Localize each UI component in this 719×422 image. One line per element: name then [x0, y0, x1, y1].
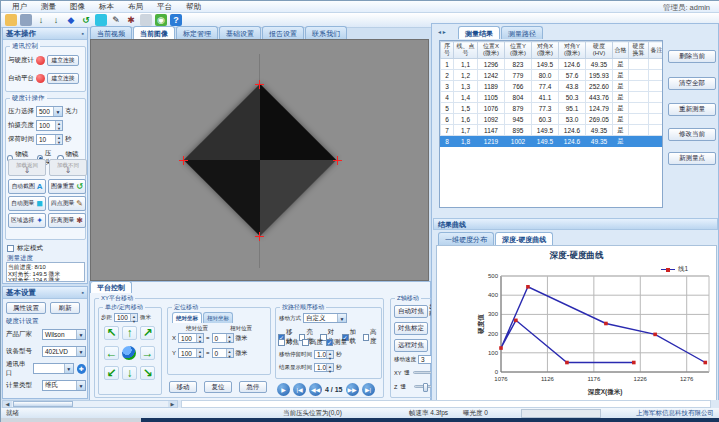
区域选择-button[interactable]: 区域选择✦ — [8, 213, 46, 228]
checkbox-icon[interactable]: ✓ — [326, 339, 333, 346]
last-button[interactable]: ▶| — [362, 383, 375, 396]
step-spinner[interactable]: 100▲▼ — [114, 313, 138, 322]
move-left-button[interactable]: ← — [104, 346, 119, 360]
open-folder-icon[interactable] — [5, 14, 17, 26]
calibration-checkbox[interactable] — [7, 245, 14, 252]
table-row[interactable]: 51,5107687977.395.1124.79是 — [441, 103, 664, 114]
tab-当前视频[interactable]: 当前视频 — [90, 26, 132, 39]
platform-control-tab[interactable]: 平台控制 — [90, 281, 132, 293]
dwell-time-spinner[interactable]: 1.0▲▼ — [314, 350, 334, 359]
move-down-left-button[interactable]: ↙ — [104, 366, 119, 380]
move-down-button[interactable]: ↓ — [122, 366, 137, 380]
table-row[interactable]: 11,11296823149.5124.649.35是 — [441, 59, 664, 70]
brightness-spinner[interactable]: 100▲▼ — [36, 120, 63, 131]
修改当前-button[interactable]: 修改当前 — [668, 128, 716, 141]
setting-select-产品厂家[interactable]: Wilson▼ — [42, 329, 86, 340]
x-rel-spinner[interactable]: 0▲▼ — [212, 333, 234, 343]
checkbox-icon[interactable] — [278, 339, 285, 346]
import-icon[interactable]: ↓ — [35, 14, 47, 26]
tab-测量路径[interactable]: 测量路径 — [501, 26, 543, 39]
tab-测量结果[interactable]: 测量结果 — [458, 26, 500, 39]
menu-item-帮助[interactable]: 帮助 — [179, 2, 208, 12]
property-settings-button[interactable]: 属性设置 — [6, 302, 46, 314]
setting-select-通讯串口[interactable]: ▼ — [33, 363, 74, 374]
connect-button[interactable]: 建立连接 — [47, 73, 79, 84]
load-button-加载返回[interactable]: 加载返回⇓ — [8, 159, 46, 176]
play-button[interactable]: ▶ — [277, 383, 290, 396]
prev-button[interactable]: ◀◀ — [309, 383, 322, 396]
tab-绝对坐标[interactable]: 绝对坐标 — [172, 312, 202, 323]
measurement-progress-box[interactable]: 当前进度: 8/10X对角长: 149.5 微米Y对角长: 124.6 微米维氏… — [6, 262, 85, 282]
tab-当前图像[interactable]: 当前图像 — [133, 26, 175, 39]
move-up-left-button[interactable]: ↖ — [104, 326, 119, 340]
四点测量-button[interactable]: 四点测量✎ — [48, 196, 86, 211]
pin-icon[interactable]: ▪ — [82, 287, 84, 298]
display-time-spinner[interactable]: 1.0▲▼ — [314, 363, 334, 372]
path-option-测量[interactable]: ✓测量 — [326, 338, 347, 347]
menu-item-布局[interactable]: 布局 — [121, 2, 150, 12]
checkbox-icon[interactable] — [363, 334, 369, 341]
对焦标定-button[interactable]: 对焦标定 — [394, 322, 428, 335]
tab-一维硬度分布[interactable]: 一维硬度分布 — [438, 232, 494, 245]
table-row[interactable]: 81,812191002149.5124.649.35是 — [441, 136, 664, 147]
move-right-button[interactable]: → — [140, 346, 155, 360]
远程对焦-button[interactable]: 远程对焦 — [394, 339, 428, 352]
自动测量-button[interactable]: 自动测量◼ — [8, 196, 46, 211]
pressure-select[interactable]: 500▼ — [36, 106, 63, 117]
path-option-对焦[interactable]: 对焦 — [278, 338, 299, 347]
移动-button[interactable]: 移动 — [169, 381, 197, 393]
图像重置-button[interactable]: 图像重置↺ — [48, 179, 86, 194]
y-abs-spinner[interactable]: 100▲▼ — [178, 348, 204, 358]
pin-icon[interactable]: ▪ — [82, 28, 84, 39]
microscope-image[interactable] — [90, 39, 429, 281]
move-mode-select[interactable]: 自定义▼ — [303, 313, 347, 323]
load-button-加载不同[interactable]: 加载不同⇓ — [49, 159, 87, 176]
复位-button[interactable]: 复位 — [204, 381, 232, 393]
save-icon[interactable] — [20, 14, 32, 26]
next-button[interactable]: ▶▶ — [346, 383, 359, 396]
x-abs-spinner[interactable]: 100▲▼ — [178, 333, 204, 343]
menu-item-测量[interactable]: 测量 — [34, 2, 63, 12]
tab-深度-硬度曲线[interactable]: 深度-硬度曲线 — [495, 232, 553, 245]
path-option-高度[interactable]: 高度 — [302, 338, 323, 347]
y-rel-spinner[interactable]: 0▲▼ — [212, 348, 234, 358]
menu-item-平台[interactable]: 平台 — [150, 2, 179, 12]
table-row[interactable]: 21,2124277980.057.6195.93是 — [441, 70, 664, 81]
新测量点-button[interactable]: 新测量点 — [668, 152, 716, 165]
menu-item-图像[interactable]: 图像 — [63, 2, 92, 12]
tab-联系我们[interactable]: 联系我们 — [305, 26, 347, 39]
navigate-icon[interactable]: ◆ — [65, 14, 77, 26]
距离测量-button[interactable]: 距离测量✱ — [48, 213, 86, 228]
horizontal-scrollbar[interactable]: ◀▶ — [2, 400, 178, 408]
vertex-marker-right[interactable] — [333, 156, 342, 165]
tab-相对坐标[interactable]: 相对坐标 — [203, 312, 233, 323]
connect-button[interactable]: 建立连接 — [47, 55, 79, 66]
table-row[interactable]: 31,3118976677.443.8252.60是 — [441, 81, 664, 92]
table-row[interactable]: 41,4110580441.150.3443.76是 — [441, 92, 664, 103]
vertex-marker-left[interactable] — [179, 156, 188, 165]
checkbox-icon[interactable] — [302, 339, 309, 346]
vertex-marker-top[interactable] — [255, 80, 264, 89]
table-row[interactable]: 71,71147895149.5124.649.35是 — [441, 125, 664, 136]
move-down-right-button[interactable]: ↘ — [140, 366, 155, 380]
清空全部-button[interactable]: 清空全部 — [668, 77, 716, 90]
refresh-button[interactable]: 刷新 — [50, 302, 80, 314]
tab-scroll-arrows[interactable]: ◂ ▸ — [438, 28, 446, 35]
tab-标定管理[interactable]: 标定管理 — [176, 26, 218, 39]
hold-time-spinner[interactable]: 10▲▼ — [36, 134, 63, 145]
删除当前-button[interactable]: 删除当前 — [668, 50, 716, 63]
move-up-button[interactable]: ↑ — [122, 326, 137, 340]
move-up-right-button[interactable]: ↗ — [140, 326, 155, 340]
重新测量-button[interactable]: 重新测量 — [668, 103, 716, 116]
menu-item-用户[interactable]: 用户 — [5, 2, 34, 12]
vertex-marker-bottom[interactable] — [255, 232, 264, 241]
table-row[interactable]: 61,6109294560.353.0269.05是 — [441, 114, 664, 125]
xyz-ball-control[interactable] — [122, 346, 136, 360]
tab-报告设置[interactable]: 报告设置 — [262, 26, 304, 39]
menu-item-标本[interactable]: 标本 — [92, 2, 121, 12]
chat-icon[interactable]: ✚ — [77, 364, 86, 374]
自动对焦-button[interactable]: 自动对焦 — [394, 305, 428, 318]
自动截图-button[interactable]: 自动截图A — [8, 179, 46, 194]
export-icon[interactable]: ↓ — [50, 14, 62, 26]
path-option-高度[interactable]: 高度 — [363, 328, 381, 346]
